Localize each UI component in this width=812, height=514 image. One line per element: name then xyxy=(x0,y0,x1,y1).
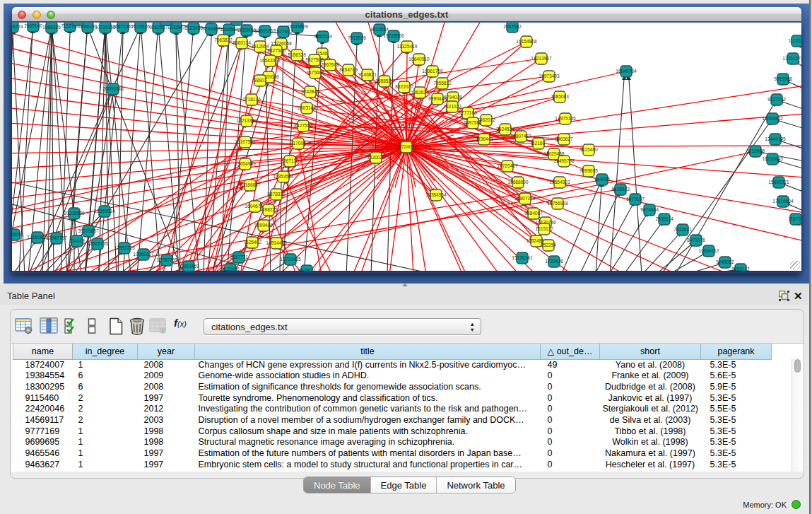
svg-text:1112345: 1112345 xyxy=(789,38,801,43)
svg-text:252254: 252254 xyxy=(541,243,556,247)
svg-text:10807487: 10807487 xyxy=(510,134,531,139)
svg-text:19654985: 19654985 xyxy=(235,161,256,166)
svg-text:12213382: 12213382 xyxy=(236,118,257,123)
svg-text:9657771: 9657771 xyxy=(230,255,248,259)
svg-text:1934567: 1934567 xyxy=(220,27,238,32)
svg-text:10688609: 10688609 xyxy=(507,180,529,185)
svg-text:7462012: 7462012 xyxy=(477,117,495,122)
svg-text:6879197: 6879197 xyxy=(626,197,645,201)
svg-text:7485063: 7485063 xyxy=(551,94,569,99)
svg-text:8123456: 8123456 xyxy=(184,25,203,30)
svg-text:9327508: 9327508 xyxy=(305,57,324,62)
svg-text:3267130: 3267130 xyxy=(281,158,299,163)
svg-text:16782759: 16782759 xyxy=(156,257,177,262)
svg-text:7357224: 7357224 xyxy=(314,34,332,39)
svg-text:8471676: 8471676 xyxy=(687,238,705,243)
svg-text:164095: 164095 xyxy=(594,177,610,182)
svg-text:16210643: 16210643 xyxy=(762,156,783,161)
svg-text:2087682: 2087682 xyxy=(503,24,522,29)
svg-text:114519: 114519 xyxy=(69,238,85,243)
svg-text:15495798: 15495798 xyxy=(553,158,575,163)
svg-text:16640910: 16640910 xyxy=(408,57,430,62)
svg-text:1615112: 1615112 xyxy=(535,226,553,231)
svg-text:12150823: 12150823 xyxy=(27,235,48,240)
svg-text:9699695: 9699695 xyxy=(579,168,598,173)
svg-text:12444195: 12444195 xyxy=(765,136,786,141)
svg-text:2093456: 2093456 xyxy=(237,28,256,33)
svg-text:2935114: 2935114 xyxy=(655,216,673,221)
svg-text:1588520: 1588520 xyxy=(375,78,394,83)
svg-text:9684067: 9684067 xyxy=(524,211,543,216)
svg-text:16671355: 16671355 xyxy=(112,24,134,29)
svg-text:15720407: 15720407 xyxy=(497,163,518,168)
svg-text:12213967: 12213967 xyxy=(531,56,552,61)
svg-text:8454749: 8454749 xyxy=(339,67,358,72)
svg-text:8878332: 8878332 xyxy=(267,192,286,197)
svg-text:7625402: 7625402 xyxy=(243,240,261,245)
svg-text:1733426: 1733426 xyxy=(545,259,563,264)
svg-text:1527602: 1527602 xyxy=(274,29,293,34)
svg-text:9115460: 9115460 xyxy=(579,147,598,152)
svg-text:9329966: 9329966 xyxy=(774,76,792,81)
svg-text:12923469: 12923469 xyxy=(178,264,199,269)
svg-text:9099489: 9099489 xyxy=(254,223,273,228)
svg-text:9146821: 9146821 xyxy=(358,72,377,77)
svg-text:2069140: 2069140 xyxy=(24,23,42,28)
svg-text:7632621: 7632621 xyxy=(673,227,692,232)
svg-text:1621022: 1621022 xyxy=(443,104,461,109)
svg-text:117004: 117004 xyxy=(290,141,306,146)
svg-text:9123456: 9123456 xyxy=(221,267,240,271)
svg-text:9245052: 9245052 xyxy=(716,259,734,264)
svg-text:9327500: 9327500 xyxy=(267,48,286,53)
svg-text:12942757: 12942757 xyxy=(46,235,67,240)
svg-text:10958127: 10958127 xyxy=(133,252,154,257)
svg-text:1362635: 1362635 xyxy=(411,90,429,95)
svg-text:11325419: 11325419 xyxy=(397,44,418,49)
svg-text:3675685: 3675685 xyxy=(306,70,324,75)
svg-text:16961758: 16961758 xyxy=(422,69,443,74)
svg-text:3215958: 3215958 xyxy=(746,148,765,153)
svg-text:4498222: 4498222 xyxy=(259,207,278,212)
svg-text:3624534: 3624534 xyxy=(496,127,514,132)
svg-text:11353594: 11353594 xyxy=(273,174,294,179)
svg-text:6794028: 6794028 xyxy=(444,95,462,100)
svg-text:8813054: 8813054 xyxy=(370,27,389,32)
svg-text:1065326: 1065326 xyxy=(42,25,61,30)
svg-text:62160: 62160 xyxy=(532,141,546,146)
svg-text:14055724: 14055724 xyxy=(12,24,23,29)
svg-text:15136141: 15136141 xyxy=(512,255,533,260)
svg-text:17016504: 17016504 xyxy=(772,199,794,204)
svg-text:17957225: 17957225 xyxy=(114,245,135,250)
svg-text:1530023: 1530023 xyxy=(367,155,385,160)
svg-text:9463627: 9463627 xyxy=(555,136,573,141)
svg-text:116753: 116753 xyxy=(788,216,801,221)
svg-text:19756928: 19756928 xyxy=(547,201,568,206)
svg-text:9250112: 9250112 xyxy=(731,267,750,271)
svg-text:13751074: 13751074 xyxy=(782,56,801,61)
svg-text:10655267: 10655267 xyxy=(254,28,276,33)
svg-text:9242848: 9242848 xyxy=(301,89,319,94)
svg-text:16543362: 16543362 xyxy=(259,58,281,63)
svg-text:2718176: 2718176 xyxy=(242,97,261,102)
svg-text:9227342: 9227342 xyxy=(767,97,786,102)
svg-text:12975135: 12975135 xyxy=(555,116,576,121)
svg-text:8322037: 8322037 xyxy=(395,84,413,89)
svg-text:19384554: 19384554 xyxy=(425,192,447,197)
svg-text:8427552: 8427552 xyxy=(294,123,312,128)
svg-text:7663822: 7663822 xyxy=(214,37,233,42)
svg-text:4385061: 4385061 xyxy=(12,232,23,237)
svg-text:19654923: 19654923 xyxy=(549,180,570,185)
svg-text:16107552: 16107552 xyxy=(235,139,256,144)
svg-text:10654112: 10654112 xyxy=(699,248,719,253)
svg-text:15716485: 15716485 xyxy=(280,257,301,262)
svg-text:8660124: 8660124 xyxy=(233,40,251,45)
svg-text:19218506: 19218506 xyxy=(383,33,404,38)
svg-text:39375887: 39375887 xyxy=(78,228,99,233)
svg-text:14914479: 14914479 xyxy=(266,240,287,245)
svg-text:9474444: 9474444 xyxy=(640,207,659,212)
svg-text:7515526: 7515526 xyxy=(348,35,366,40)
svg-text:7955812: 7955812 xyxy=(433,81,452,86)
svg-text:9345671: 9345671 xyxy=(298,268,316,271)
svg-text:8186328: 8186328 xyxy=(288,52,306,57)
svg-text:9234567: 9234567 xyxy=(202,26,220,31)
